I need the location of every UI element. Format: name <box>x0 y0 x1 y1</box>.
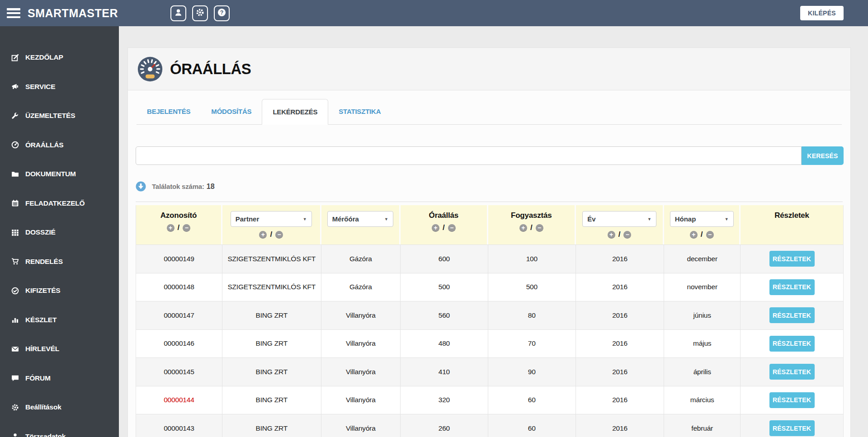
cell-fogyasztas: 500 <box>488 273 576 301</box>
page-title: ÓRAÁLLÁS <box>170 61 251 78</box>
comment-icon <box>10 374 20 382</box>
menu-icon[interactable] <box>7 8 20 18</box>
column-header-oraallas: Óraállás+/− <box>401 205 488 244</box>
details-button[interactable]: RÉSZLETEK <box>769 336 815 352</box>
sidebar-item-kezdolap[interactable]: KEZDŐLAP <box>0 43 119 72</box>
details-button[interactable]: RÉSZLETEK <box>769 279 815 295</box>
sidebar-item-oraallas[interactable]: ÓRAÁLLÁS <box>0 131 119 160</box>
cell-reszletek: RÉSZLETEK <box>741 386 843 414</box>
cell-meroora: Gázóra <box>321 273 401 301</box>
filter-select-partner[interactable]: Partner▼ <box>231 211 312 227</box>
topbar: SMARTMASTER ? KILÉPÉS <box>0 0 868 26</box>
sidebar-item-forum[interactable]: FÓRUM <box>0 364 119 393</box>
calendar-icon <box>10 199 20 207</box>
column-header-meroora: Mérőóra▼ <box>321 205 401 244</box>
gear-icon <box>196 8 204 18</box>
sort-asc-icon[interactable]: + <box>167 224 175 232</box>
sort-asc-icon[interactable]: + <box>432 224 439 232</box>
collapse-toggle-icon[interactable] <box>136 181 146 192</box>
help-button[interactable]: ? <box>214 5 230 21</box>
table-header-row: Azonosító+/−Partner▼+/−Mérőóra▼Óraállás+… <box>136 205 843 244</box>
sidebar-item-kifizetes[interactable]: KIFIZETÉS <box>0 276 119 305</box>
cell-ev: 2016 <box>576 386 665 414</box>
sort-desc-icon[interactable]: − <box>536 224 543 232</box>
sort-desc-icon[interactable]: − <box>706 231 714 239</box>
cart-icon <box>10 258 20 266</box>
sidebar-item-rendeles[interactable]: RENDELÉS <box>0 247 119 277</box>
logout-button[interactable]: KILÉPÉS <box>800 6 844 20</box>
settings-button[interactable] <box>192 5 208 21</box>
cell-reszletek: RÉSZLETEK <box>741 245 843 273</box>
cell-honap: június <box>664 301 741 329</box>
search-row: KERESÉS <box>136 146 844 165</box>
details-button[interactable]: RÉSZLETEK <box>769 364 815 380</box>
details-button[interactable]: RÉSZLETEK <box>769 392 815 408</box>
sidebar-item-dokumentum[interactable]: DOKUMENTUM <box>0 160 119 189</box>
tab-lekerdezes[interactable]: LEKÉRDEZÉS <box>262 99 328 125</box>
divider <box>136 202 843 202</box>
tab-statisztika[interactable]: STATISZTIKA <box>328 99 391 124</box>
sort-controls: +/− <box>608 230 632 239</box>
folder-icon <box>10 170 20 178</box>
sidebar-item-torzsadatok[interactable]: Törzsadatok <box>0 422 119 437</box>
sort-desc-icon[interactable]: − <box>623 231 631 239</box>
help-icon: ? <box>217 8 226 18</box>
column-title-reszletek: Részletek <box>774 211 809 220</box>
chevron-down-icon: ▼ <box>303 217 307 221</box>
sort-controls: +/− <box>259 230 283 239</box>
chevron-down-icon: ▼ <box>647 217 651 221</box>
filter-select-ev[interactable]: Év▼ <box>582 211 656 227</box>
sort-desc-icon[interactable]: − <box>183 224 190 232</box>
sort-separator: / <box>618 230 621 239</box>
table-row: 00000146BING ZRTVillanyóra480702016május… <box>136 329 843 358</box>
details-button[interactable]: RÉSZLETEK <box>769 251 815 267</box>
cell-reszletek: RÉSZLETEK <box>741 273 843 301</box>
search-button[interactable]: KERESÉS <box>802 146 844 165</box>
sort-asc-icon[interactable]: + <box>519 224 527 232</box>
search-input[interactable] <box>136 146 802 165</box>
column-header-ev: Év▼+/− <box>576 205 665 244</box>
sidebar-item-feladatkezelo[interactable]: FELADATKEZELŐ <box>0 189 119 218</box>
cell-ev: 2016 <box>576 301 665 329</box>
filter-select-honap[interactable]: Hónap▼ <box>670 211 734 227</box>
chevron-down-icon: ▼ <box>384 217 388 221</box>
sort-controls: +/− <box>519 223 543 232</box>
cell-meroora: Villanyóra <box>321 330 401 358</box>
column-header-fogyasztas: Fogyasztás+/− <box>488 205 576 244</box>
cell-reszletek: RÉSZLETEK <box>741 330 843 358</box>
sort-asc-icon[interactable]: + <box>259 231 267 239</box>
table-row: 00000143BING ZRTVillanyóra260602016febru… <box>136 414 843 437</box>
sidebar-item-keszlet[interactable]: KÉSZLET <box>0 305 119 335</box>
sort-asc-icon[interactable]: + <box>608 231 615 239</box>
tab-content: KERESÉS Találatok száma: 18 Azonosító+/−… <box>128 146 850 437</box>
grid-icon <box>10 228 20 236</box>
sidebar-item-dosszie[interactable]: DOSSZIÉ <box>0 218 119 247</box>
tab-bejelentes[interactable]: BEJELENTÉS <box>137 99 201 124</box>
chevron-down-icon: ▼ <box>725 217 729 221</box>
user-icon <box>174 8 183 18</box>
filter-select-meroora[interactable]: Mérőóra▼ <box>327 211 393 227</box>
cell-fogyasztas: 60 <box>488 386 576 414</box>
details-button[interactable]: RÉSZLETEK <box>769 307 815 323</box>
column-title-azonosito: Azonosító <box>160 211 197 220</box>
results-count: 18 <box>207 183 215 191</box>
topbar-icon-buttons: ? <box>170 5 230 21</box>
cell-meroora: Villanyóra <box>321 386 401 414</box>
edit-icon <box>10 53 20 61</box>
details-button[interactable]: RÉSZLETEK <box>769 420 815 436</box>
cell-meroora: Gázóra <box>321 245 401 273</box>
sidebar-item-service[interactable]: SERVICE <box>0 72 119 102</box>
cell-azonosito: 00000145 <box>136 358 222 386</box>
user-button[interactable] <box>170 5 186 21</box>
sort-desc-icon[interactable]: − <box>275 231 283 239</box>
sidebar-item-beallitasok[interactable]: Beállítások <box>0 393 119 422</box>
cell-azonosito: 00000147 <box>136 301 222 329</box>
cell-oraallas: 260 <box>401 414 488 437</box>
sidebar-item-uzemeltetes[interactable]: ÜZEMELTETÉS <box>0 101 119 131</box>
column-header-partner: Partner▼+/− <box>222 205 321 244</box>
tab-modositas[interactable]: MÓDOSÍTÁS <box>201 99 262 124</box>
sort-desc-icon[interactable]: − <box>448 224 456 232</box>
cell-oraallas: 410 <box>401 358 488 386</box>
sort-asc-icon[interactable]: + <box>690 231 698 239</box>
sidebar-item-hirlevel[interactable]: HÍRLEVÉL <box>0 334 119 364</box>
